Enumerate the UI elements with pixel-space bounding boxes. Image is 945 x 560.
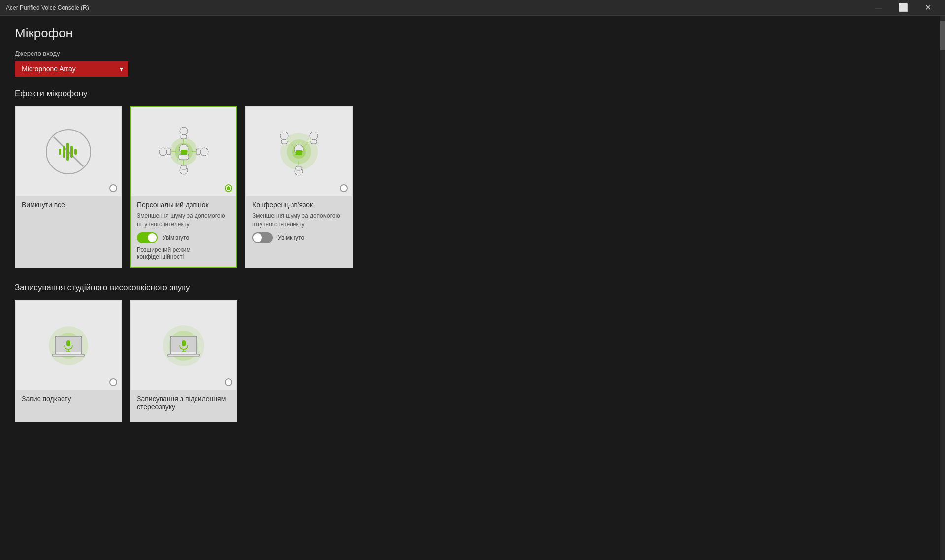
card-personal-privacy: Розширений режим конфіденційності xyxy=(137,246,230,260)
card-mute-all-title: Вимкнути все xyxy=(22,201,115,209)
conference-icon xyxy=(269,122,328,181)
svg-rect-12 xyxy=(180,154,187,155)
app-title: Acer Purified Voice Console (R) xyxy=(6,4,89,11)
card-mute-all-image xyxy=(16,107,121,196)
personal-call-icon xyxy=(154,122,213,181)
svg-point-13 xyxy=(180,127,188,135)
card-personal[interactable]: Персональний дзвінок Зменшення шуму за д… xyxy=(130,106,237,268)
card-personal-toggle[interactable] xyxy=(137,232,158,243)
card-conference-image xyxy=(246,107,352,196)
card-stereo-title: Записування з підсиленням стереозвуку xyxy=(137,395,230,411)
svg-rect-29 xyxy=(296,150,302,154)
effects-cards-row: Вимкнути все xyxy=(15,106,930,268)
svg-rect-3 xyxy=(63,146,65,158)
svg-rect-11 xyxy=(181,150,187,154)
svg-rect-5 xyxy=(70,146,73,158)
svg-rect-4 xyxy=(66,143,69,161)
recording-cards-row: Запис подкасту xyxy=(15,300,930,422)
card-podcast-title: Запис подкасту xyxy=(22,395,115,403)
card-podcast-radio xyxy=(109,378,117,386)
card-stereo-content: Записування з підсиленням стереозвуку xyxy=(131,390,236,421)
toggle-knob xyxy=(148,233,157,242)
scrollbar[interactable] xyxy=(940,16,945,560)
card-mute-all[interactable]: Вимкнути все xyxy=(15,106,122,268)
minimize-button[interactable]: — xyxy=(867,0,890,16)
card-personal-content: Персональний дзвінок Зменшення шуму за д… xyxy=(131,196,236,267)
card-stereo-image xyxy=(131,301,236,390)
card-conference-desc: Зменшення шуму за допомогою штучного інт… xyxy=(252,212,346,229)
svg-rect-6 xyxy=(74,149,77,155)
page-title: Мікрофон xyxy=(15,26,930,41)
svg-point-17 xyxy=(159,148,167,156)
card-stereo-radio xyxy=(225,378,232,386)
stereo-icon xyxy=(157,319,211,373)
svg-rect-2 xyxy=(59,149,61,155)
svg-rect-53 xyxy=(167,354,200,356)
card-mute-all-radio xyxy=(109,184,117,192)
card-conference-title: Конференц-зв'язок xyxy=(252,201,346,209)
podcast-icon xyxy=(41,319,96,373)
svg-rect-32 xyxy=(281,140,287,144)
main-content: Мікрофон Джерело входу Microphone Array … xyxy=(0,16,945,560)
card-podcast[interactable]: Запис подкасту xyxy=(15,300,122,422)
source-dropdown-container[interactable]: Microphone Array ▾ xyxy=(15,61,128,77)
title-bar: Acer Purified Voice Console (R) — ⬜ ✕ xyxy=(0,0,945,16)
scrollbar-thumb[interactable] xyxy=(940,21,945,50)
svg-rect-30 xyxy=(295,154,302,155)
svg-rect-14 xyxy=(181,135,187,139)
card-conference-toggle-label: Увімкнуто xyxy=(278,234,304,241)
svg-rect-54 xyxy=(182,340,186,346)
svg-rect-20 xyxy=(196,149,200,155)
svg-rect-36 xyxy=(296,166,302,170)
close-button[interactable]: ✕ xyxy=(916,0,939,16)
card-podcast-content: Запис подкасту xyxy=(16,390,121,413)
card-personal-desc: Зменшення шуму за допомогою штучного інт… xyxy=(137,212,230,229)
card-conference-radio xyxy=(340,184,348,192)
mute-icon xyxy=(44,127,93,176)
svg-point-19 xyxy=(200,148,208,156)
card-stereo[interactable]: Записування з підсиленням стереозвуку xyxy=(130,300,237,422)
card-conference-toggle[interactable] xyxy=(252,232,273,243)
card-conference-content: Конференц-зв'язок Зменшення шуму за допо… xyxy=(246,196,352,253)
card-conference[interactable]: Конференц-зв'язок Зменшення шуму за допо… xyxy=(245,106,353,268)
recording-section-title: Записування студійного високоякісного зв… xyxy=(15,283,930,293)
svg-rect-44 xyxy=(52,354,85,356)
svg-point-31 xyxy=(280,132,288,140)
card-personal-toggle-label: Увімкнуто xyxy=(163,234,189,241)
window-controls: — ⬜ ✕ xyxy=(867,0,939,16)
effects-section-title: Ефекти мікрофону xyxy=(15,89,930,99)
card-personal-image xyxy=(131,107,236,196)
source-label: Джерело входу xyxy=(15,50,930,57)
svg-rect-16 xyxy=(181,165,187,169)
svg-rect-18 xyxy=(167,149,171,155)
conference-toggle-knob xyxy=(253,233,262,242)
card-personal-radio xyxy=(225,184,232,192)
card-mute-all-content: Вимкнути все xyxy=(16,196,121,219)
card-personal-toggle-row: Увімкнуто xyxy=(137,232,230,243)
card-personal-title: Персональний дзвінок xyxy=(137,201,230,209)
maximize-button[interactable]: ⬜ xyxy=(892,0,914,16)
svg-rect-45 xyxy=(66,340,70,346)
card-conference-toggle-row: Увімкнуто xyxy=(252,232,346,243)
source-dropdown[interactable]: Microphone Array xyxy=(15,61,128,77)
svg-point-33 xyxy=(310,132,318,140)
svg-rect-34 xyxy=(311,140,317,144)
card-podcast-image xyxy=(16,301,121,390)
